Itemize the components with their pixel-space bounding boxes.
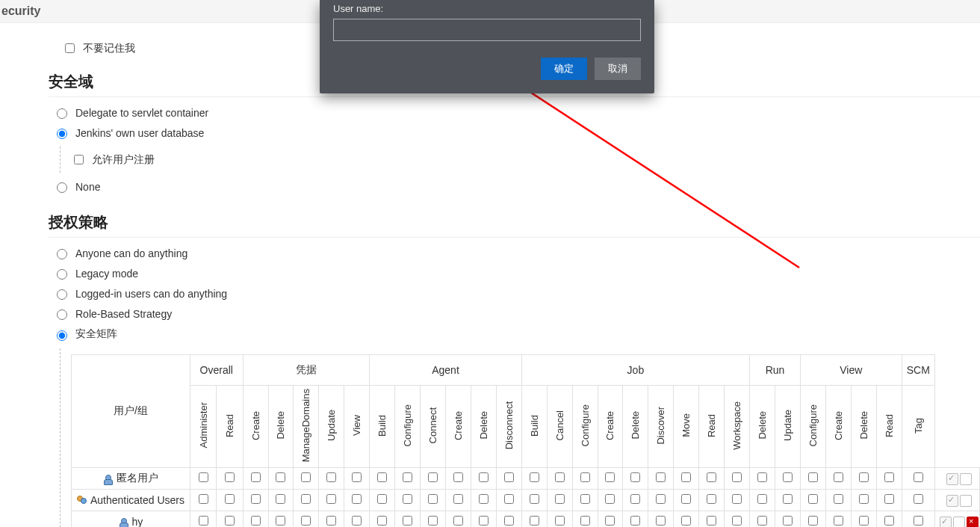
perm-checkbox[interactable] <box>199 516 208 526</box>
realm-radio-servlet[interactable] <box>57 108 67 119</box>
perm-checkbox[interactable] <box>504 516 514 526</box>
perm-checkbox[interactable] <box>681 472 691 482</box>
perm-checkbox[interactable] <box>352 516 362 526</box>
perm-checkbox[interactable] <box>251 494 261 504</box>
perm-checkbox[interactable] <box>377 516 387 526</box>
authz-radio-rolebased[interactable] <box>57 309 67 320</box>
perm-checkbox[interactable] <box>834 472 843 482</box>
modal-cancel-button[interactable]: 取消 <box>595 58 641 80</box>
perm-checkbox[interactable] <box>732 472 742 482</box>
perm-checkbox[interactable] <box>276 516 285 526</box>
perm-checkbox[interactable] <box>479 516 489 526</box>
perm-checkbox[interactable] <box>301 472 311 482</box>
perm-checkbox[interactable] <box>377 472 387 482</box>
perm-checkbox[interactable] <box>428 516 438 526</box>
perm-checkbox[interactable] <box>630 516 640 526</box>
perm-checkbox[interactable] <box>884 494 894 504</box>
disable-remember-checkbox[interactable] <box>65 43 75 53</box>
perm-checkbox[interactable] <box>479 494 489 504</box>
perm-checkbox[interactable] <box>555 494 565 504</box>
perm-checkbox[interactable] <box>834 516 843 526</box>
perm-checkbox[interactable] <box>326 516 336 526</box>
unselect-all-icon[interactable] <box>953 517 965 527</box>
perm-checkbox[interactable] <box>630 472 640 482</box>
perm-checkbox[interactable] <box>251 516 261 526</box>
perm-checkbox[interactable] <box>199 494 208 504</box>
perm-checkbox[interactable] <box>732 516 742 526</box>
perm-checkbox[interactable] <box>453 516 463 526</box>
authz-option-anyone[interactable]: Anyone can do anything <box>53 247 980 259</box>
perm-checkbox[interactable] <box>225 494 235 504</box>
perm-checkbox[interactable] <box>783 472 793 482</box>
perm-checkbox[interactable] <box>630 494 640 504</box>
select-all-icon[interactable] <box>940 517 952 527</box>
perm-checkbox[interactable] <box>428 472 438 482</box>
perm-checkbox[interactable] <box>276 494 285 504</box>
perm-checkbox[interactable] <box>834 494 843 504</box>
realm-option-none[interactable]: None <box>53 180 980 193</box>
perm-checkbox[interactable] <box>884 516 894 526</box>
perm-checkbox[interactable] <box>914 472 923 482</box>
perm-checkbox[interactable] <box>656 472 666 482</box>
perm-checkbox[interactable] <box>707 472 716 482</box>
perm-checkbox[interactable] <box>555 516 565 526</box>
perm-checkbox[interactable] <box>681 516 691 526</box>
perm-checkbox[interactable] <box>403 494 412 504</box>
perm-checkbox[interactable] <box>783 494 793 504</box>
perm-checkbox[interactable] <box>808 516 818 526</box>
perm-checkbox[interactable] <box>504 494 514 504</box>
perm-checkbox[interactable] <box>530 494 539 504</box>
perm-checkbox[interactable] <box>859 472 869 482</box>
realm-radio-jenkins[interactable] <box>57 129 67 139</box>
perm-checkbox[interactable] <box>403 516 412 526</box>
perm-checkbox[interactable] <box>225 472 235 482</box>
authz-option-rolebased[interactable]: Role-Based Strategy <box>53 307 980 320</box>
perm-checkbox[interactable] <box>555 472 565 482</box>
perm-checkbox[interactable] <box>301 516 311 526</box>
perm-checkbox[interactable] <box>301 494 311 504</box>
perm-checkbox[interactable] <box>276 472 285 482</box>
perm-checkbox[interactable] <box>605 494 615 504</box>
perm-checkbox[interactable] <box>656 516 666 526</box>
allow-signup-checkbox[interactable] <box>74 155 84 164</box>
modal-username-input[interactable] <box>333 19 641 41</box>
authz-radio-matrix[interactable] <box>57 330 67 341</box>
perm-checkbox[interactable] <box>605 472 615 482</box>
unselect-all-icon[interactable] <box>960 473 972 485</box>
perm-checkbox[interactable] <box>251 472 261 482</box>
authz-radio-loggedin[interactable] <box>57 289 67 300</box>
perm-checkbox[interactable] <box>808 494 818 504</box>
perm-checkbox[interactable] <box>757 516 767 526</box>
perm-checkbox[interactable] <box>707 516 716 526</box>
perm-checkbox[interactable] <box>681 494 691 504</box>
perm-checkbox[interactable] <box>580 494 590 504</box>
realm-radio-none[interactable] <box>57 182 67 193</box>
perm-checkbox[interactable] <box>757 472 767 482</box>
perm-checkbox[interactable] <box>225 516 235 526</box>
perm-checkbox[interactable] <box>199 472 208 482</box>
perm-checkbox[interactable] <box>884 472 894 482</box>
authz-option-matrix[interactable]: 安全矩阵 <box>53 327 980 341</box>
perm-checkbox[interactable] <box>326 494 336 504</box>
perm-checkbox[interactable] <box>914 494 923 504</box>
perm-checkbox[interactable] <box>732 494 742 504</box>
perm-checkbox[interactable] <box>428 494 438 504</box>
allow-signup-row[interactable]: 允许用户注册 <box>71 152 980 167</box>
perm-checkbox[interactable] <box>453 494 463 504</box>
perm-checkbox[interactable] <box>808 472 818 482</box>
delete-row-icon[interactable] <box>967 517 979 527</box>
perm-checkbox[interactable] <box>605 516 615 526</box>
perm-checkbox[interactable] <box>859 494 869 504</box>
perm-checkbox[interactable] <box>326 472 336 482</box>
perm-checkbox[interactable] <box>479 472 489 482</box>
perm-checkbox[interactable] <box>580 516 590 526</box>
authz-radio-anyone[interactable] <box>57 249 67 259</box>
perm-checkbox[interactable] <box>859 516 869 526</box>
select-all-icon[interactable] <box>946 495 958 507</box>
perm-checkbox[interactable] <box>504 472 514 482</box>
perm-checkbox[interactable] <box>530 472 539 482</box>
perm-checkbox[interactable] <box>707 494 716 504</box>
perm-checkbox[interactable] <box>377 494 387 504</box>
select-all-icon[interactable] <box>946 473 958 485</box>
perm-checkbox[interactable] <box>757 494 767 504</box>
